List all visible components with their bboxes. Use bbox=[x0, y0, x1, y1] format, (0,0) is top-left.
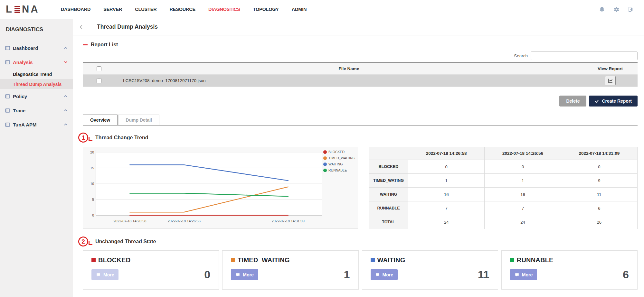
speech-bubble-icon bbox=[235, 273, 240, 277]
sidebar-item-trace[interactable]: Trace bbox=[0, 103, 73, 117]
table-row-total: TOTAL 24 24 26 bbox=[369, 215, 638, 229]
nav-server[interactable]: SERVER bbox=[103, 7, 122, 12]
lena-logo: L NA bbox=[6, 4, 40, 15]
unchanged-thread-state-heading: 2 Unchanged Thread State bbox=[83, 237, 638, 246]
speech-bubble-icon bbox=[375, 273, 380, 277]
column-view-report: View Report bbox=[583, 66, 638, 71]
table-row-waiting: WAITING 16 16 11 bbox=[369, 188, 638, 201]
logo-e-bars-icon bbox=[14, 6, 20, 13]
view-report-button[interactable] bbox=[605, 76, 616, 85]
card-timed-waiting: TIMED_WAITING More 1 bbox=[222, 250, 358, 290]
sidebar-item-label: Policy bbox=[13, 94, 27, 99]
sidebar-item-thread-dump-analysis[interactable]: Thread Dump Analysis bbox=[0, 79, 73, 89]
state-color-square bbox=[371, 258, 375, 262]
svg-text:20: 20 bbox=[90, 150, 94, 154]
sidebar-item-analysis[interactable]: Analysis bbox=[0, 55, 73, 69]
sidebar: DIAGNOSTICS Dashboard Analysis Diagnosti… bbox=[0, 19, 73, 297]
timestamp-column-header: 2022-07-18 14:31:09 bbox=[561, 147, 637, 160]
nav-admin[interactable]: ADMIN bbox=[292, 7, 307, 12]
line-chart-icon bbox=[608, 78, 613, 83]
sidebar-subitem-label: Thread Dump Analysis bbox=[13, 82, 62, 87]
row-checkbox[interactable] bbox=[97, 78, 101, 83]
sidebar-item-tuna-apm[interactable]: TunA APM bbox=[0, 117, 73, 132]
legend-dot-icon bbox=[323, 156, 327, 160]
table-row: LCSC15V208_demo_1700812971170.json bbox=[83, 75, 638, 87]
annotation-circle-1: 1 bbox=[78, 133, 88, 143]
thread-change-trend-chart: 051015202022-07-18 14:26:582022-07-18 14… bbox=[83, 147, 358, 229]
chevron-left-icon bbox=[80, 25, 82, 29]
timestamp-column-header: 2022-07-18 14:26:58 bbox=[408, 147, 485, 160]
delete-button[interactable]: Delete bbox=[559, 96, 586, 107]
svg-text:2022-07-18 14:26:56: 2022-07-18 14:26:56 bbox=[168, 219, 201, 223]
page-title: Thread Dump Analysis bbox=[97, 23, 158, 30]
table-row-blocked: BLOCKED 0 0 0 bbox=[369, 160, 638, 174]
card-blocked: BLOCKED More 0 bbox=[83, 250, 219, 290]
nav-diagnostics[interactable]: DIAGNOSTICS bbox=[208, 7, 240, 12]
layout-panel-icon bbox=[5, 108, 10, 113]
select-all-checkbox[interactable] bbox=[97, 66, 101, 71]
table-row-timed-waiting: TIMED_WATING 1 1 9 bbox=[369, 174, 638, 188]
chart-legend: BLOCKED TIMED_WAITING WAITING RUNNA bbox=[323, 150, 355, 172]
state-color-square bbox=[91, 258, 96, 262]
blocked-count: 0 bbox=[204, 268, 210, 281]
tab-overview[interactable]: Overview bbox=[83, 115, 118, 125]
more-button[interactable]: More bbox=[510, 269, 537, 280]
nav-resource[interactable]: RESOURCE bbox=[169, 7, 195, 12]
logo-letters-na: NA bbox=[22, 4, 40, 15]
collapse-sidebar-button[interactable] bbox=[73, 19, 89, 35]
annotation-circle-2: 2 bbox=[78, 237, 88, 246]
waiting-count: 11 bbox=[478, 268, 489, 281]
search-label: Search bbox=[514, 53, 528, 58]
sidebar-item-diagnostics-trend[interactable]: Diagnostics Trend bbox=[0, 69, 73, 79]
report-list-heading: Report List bbox=[83, 42, 638, 48]
card-waiting: WAITING More 11 bbox=[362, 250, 498, 290]
check-icon bbox=[595, 99, 599, 103]
timed-waiting-count: 1 bbox=[344, 268, 350, 281]
tabs: Overview Dump Detail bbox=[83, 115, 638, 125]
red-corner-icon bbox=[89, 241, 92, 245]
search-row: Search bbox=[83, 51, 638, 60]
create-report-button[interactable]: Create Report bbox=[589, 96, 638, 107]
logo-letter-l: L bbox=[6, 4, 14, 15]
sidebar-item-label: Dashboard bbox=[13, 45, 38, 51]
sidebar-item-policy[interactable]: Policy bbox=[0, 89, 73, 103]
more-button[interactable]: More bbox=[91, 269, 118, 280]
sidebar-item-label: Trace bbox=[13, 108, 25, 113]
runnable-count: 6 bbox=[623, 268, 629, 281]
sidebar-item-label: Analysis bbox=[13, 60, 33, 65]
chevron-up-icon bbox=[64, 47, 68, 49]
nav-dashboard[interactable]: DASHBOARD bbox=[61, 7, 90, 12]
sidebar-item-dashboard[interactable]: Dashboard bbox=[0, 41, 73, 55]
report-table-header: File Name View Report bbox=[83, 63, 638, 75]
unchanged-thread-cards: BLOCKED More 0 TIMED_WAITING bbox=[83, 250, 638, 290]
svg-text:2022-07-18 14:31:09: 2022-07-18 14:31:09 bbox=[272, 219, 305, 223]
tab-dump-detail[interactable]: Dump Detail bbox=[118, 115, 159, 125]
logout-door-icon[interactable] bbox=[628, 6, 634, 12]
layout-panel-icon bbox=[5, 123, 10, 127]
card-runnable: RUNNABLE More 6 bbox=[501, 250, 638, 290]
table-row-runnable: RUNNABLE 7 7 6 bbox=[369, 201, 638, 215]
bell-icon[interactable] bbox=[599, 6, 605, 13]
gear-icon[interactable] bbox=[613, 6, 620, 13]
legend-item-timed-waiting: TIMED_WAITING bbox=[323, 156, 355, 160]
state-color-square bbox=[510, 258, 514, 262]
trend-line-chart: 051015202022-07-18 14:26:582022-07-18 14… bbox=[83, 147, 358, 228]
svg-text:2022-07-18 14:26:58: 2022-07-18 14:26:58 bbox=[113, 219, 146, 223]
thread-state-table: 2022-07-18 14:26:58 2022-07-18 14:26:56 … bbox=[369, 147, 638, 229]
top-bar: L NA DASHBOARD SERVER CLUSTER RESOURCE D… bbox=[0, 0, 644, 19]
more-button[interactable]: More bbox=[231, 269, 258, 280]
red-dash-icon bbox=[83, 44, 88, 45]
nav-cluster[interactable]: CLUSTER bbox=[135, 7, 156, 12]
nav-topology[interactable]: TOPOLOGY bbox=[253, 7, 279, 12]
sidebar-title: DIAGNOSTICS bbox=[0, 19, 73, 38]
legend-item-runnable: RUNNABLE bbox=[323, 168, 355, 172]
more-button[interactable]: More bbox=[371, 269, 398, 280]
layout-panel-icon bbox=[5, 46, 10, 50]
search-input[interactable] bbox=[531, 51, 638, 60]
legend-item-blocked: BLOCKED bbox=[323, 150, 355, 154]
svg-text:5: 5 bbox=[92, 198, 94, 201]
chevron-up-icon bbox=[64, 95, 68, 97]
legend-dot-icon bbox=[323, 150, 327, 154]
timestamp-column-header: 2022-07-18 14:26:56 bbox=[485, 147, 561, 160]
layout-panel-icon bbox=[5, 60, 10, 64]
